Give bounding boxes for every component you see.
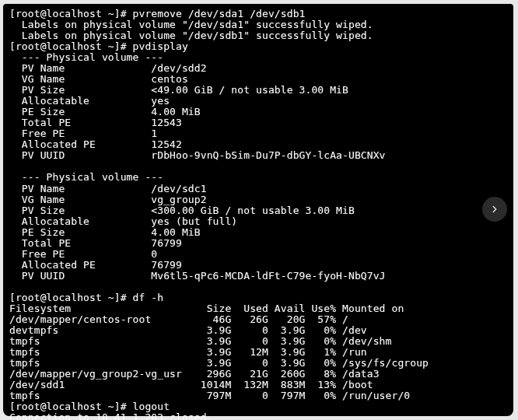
pv2-kv: PV Name /dev/sdc1 VG Name vg_group2 PV S… [9, 184, 509, 282]
output-line: Labels on physical volume "/dev/sdb1" su… [9, 30, 509, 41]
output-line: Labels on physical volume "/dev/sda1" su… [9, 19, 509, 30]
blank-line [9, 161, 509, 172]
chevron-right-icon [489, 204, 500, 215]
prompt: [root@localhost ~]# [9, 8, 133, 19]
prompt-line-1: [root@localhost ~]# pvremove /dev/sda1 /… [9, 9, 509, 19]
df-row: devtmpfs 3.9G 0 3.9G 0% /dev [9, 325, 509, 336]
connection-closed: Connection to 10.41.1.203 closed. [9, 412, 509, 420]
df-row: tmpfs 797M 0 797M 0% /run/user/0 [9, 390, 509, 401]
df-row: /dev/mapper/vg_group2-vg_usr 296G 21G 26… [9, 369, 509, 380]
prompt-line-3: [root@localhost ~]# df -h [9, 292, 509, 303]
df-header: Filesystem Size Used Avail Use% Mounted … [9, 303, 509, 314]
prompt-line-4: [root@localhost ~]# logout [9, 401, 509, 412]
command: pvdisplay [133, 40, 188, 52]
command: logout [133, 401, 170, 412]
prompt: [root@localhost ~]# [9, 292, 133, 303]
df-row: tmpfs 3.9G 12M 3.9G 1% /run [9, 347, 509, 358]
df-row: /dev/sdd1 1014M 132M 883M 13% /boot [9, 380, 509, 390]
command: df -h [133, 292, 164, 303]
blank-line [9, 282, 509, 292]
df-row: tmpfs 3.9G 0 3.9G 0% /sys/fs/cgroup [9, 358, 509, 369]
df-row: /dev/mapper/centos-root 46G 26G 20G 57% … [9, 314, 509, 325]
df-body: /dev/mapper/centos-root 46G 26G 20G 57% … [9, 314, 509, 401]
prompt: [root@localhost ~]# [9, 40, 133, 52]
next-button[interactable] [482, 197, 507, 222]
prompt: [root@localhost ~]# [9, 401, 133, 412]
terminal[interactable]: [root@localhost ~]# pvremove /dev/sda1 /… [3, 4, 513, 416]
pv-header: --- Physical volume --- [9, 172, 509, 183]
prompt-line-2: [root@localhost ~]# pvdisplay [9, 41, 509, 52]
command: pvremove /dev/sda1 /dev/sdb1 [133, 8, 306, 19]
df-row: tmpfs 3.9G 0 3.9G 0% /dev/shm [9, 336, 509, 347]
pv1-kv: PV Name /dev/sdd2 VG Name centos PV Size… [9, 63, 509, 161]
pv-header: --- Physical volume --- [9, 52, 509, 63]
